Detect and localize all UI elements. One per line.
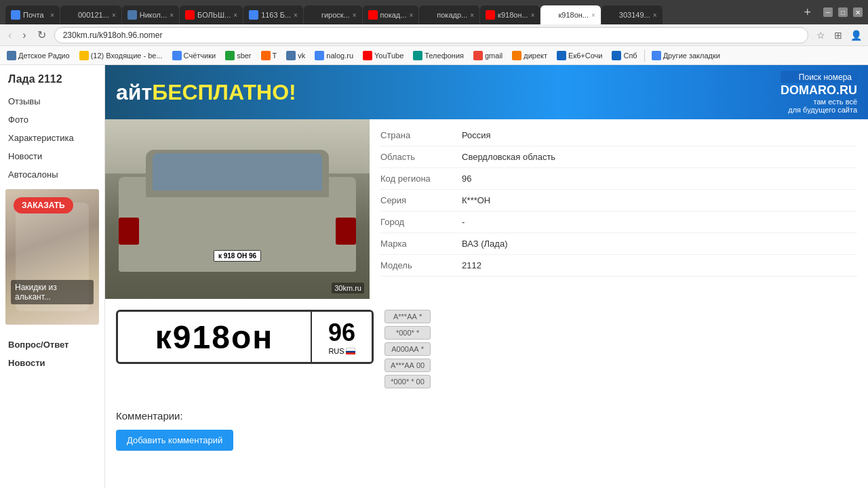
tab-t1[interactable]: Почта× bbox=[5, 5, 60, 24]
sidebar-item-characteristics[interactable]: Характеристика bbox=[0, 129, 104, 147]
sidebar-item-news[interactable]: Новости bbox=[0, 147, 104, 165]
window-controls: ─ □ ✕ bbox=[823, 7, 863, 17]
info-label-2: Код региона bbox=[380, 174, 462, 184]
tab-icon-t4 bbox=[185, 10, 195, 20]
plate-variant-2[interactable]: А000АА * bbox=[384, 342, 431, 356]
address-input[interactable] bbox=[54, 27, 808, 43]
sidebar-item-photos[interactable]: Фото bbox=[0, 110, 104, 129]
plate-variant-3[interactable]: А***АА 00 bbox=[384, 359, 431, 372]
info-label-6: Модель bbox=[380, 260, 462, 270]
comments-section: Комментарии: Добавить комментарий bbox=[105, 399, 868, 462]
tab-close-t2[interactable]: × bbox=[112, 12, 116, 19]
car-title: Лада 2112 bbox=[0, 70, 104, 92]
bookmark-label-12: Спб bbox=[623, 52, 637, 60]
bookmark-icon-11 bbox=[557, 51, 566, 60]
bookmark-item-4[interactable]: T bbox=[257, 49, 281, 62]
info-value-5: ВАЗ (Лада) bbox=[462, 239, 507, 249]
extensions-icon[interactable]: ⊞ bbox=[831, 28, 845, 42]
bookmark-item-7[interactable]: YouTube bbox=[359, 49, 408, 62]
info-label-3: Серия bbox=[380, 195, 462, 205]
bookmark-separator bbox=[644, 49, 645, 62]
bookmark-icon-6 bbox=[315, 51, 324, 60]
tab-close-t3[interactable]: × bbox=[170, 12, 174, 19]
info-value-4: - bbox=[462, 217, 465, 227]
bookmark-item-0[interactable]: Детское Радио bbox=[3, 49, 74, 62]
info-row-3: СерияК***ОН bbox=[380, 190, 857, 211]
tab-t7[interactable]: покад...× bbox=[363, 5, 419, 24]
bookmark-item-2[interactable]: Счётчики bbox=[168, 49, 220, 62]
bookmark-item-13[interactable]: Другие закладки bbox=[648, 49, 724, 62]
bookmark-item-3[interactable]: sber bbox=[221, 49, 255, 62]
tab-t3[interactable]: Никол...× bbox=[122, 5, 179, 24]
new-tab-button[interactable]: + bbox=[800, 5, 815, 20]
bookmark-label-13: Другие закладки bbox=[663, 52, 720, 60]
tab-close-t9[interactable]: × bbox=[531, 12, 535, 19]
tab-close-t5[interactable]: × bbox=[294, 12, 298, 19]
banner-text-main: айт bbox=[116, 80, 152, 105]
bookmark-icon-8 bbox=[413, 51, 422, 60]
tab-close-t6[interactable]: × bbox=[353, 12, 357, 19]
left-sidebar: Лада 2112 Отзывы Фото Характеристика Нов… bbox=[0, 65, 105, 488]
page-content: Лада 2112 Отзывы Фото Характеристика Нов… bbox=[0, 65, 868, 488]
maximize-button[interactable]: □ bbox=[838, 7, 848, 17]
sidebar-bottom-qa[interactable]: Вопрос/Ответ bbox=[8, 336, 96, 354]
reload-button[interactable]: ↻ bbox=[35, 27, 49, 43]
bookmark-item-11[interactable]: Ек6+Сочи bbox=[553, 49, 606, 62]
sidebar-item-dealerships[interactable]: Автосалоны bbox=[0, 165, 104, 184]
bookmark-item-6[interactable]: nalog.ru bbox=[311, 49, 357, 62]
bookmark-item-8[interactable]: Телефония bbox=[409, 49, 468, 62]
bookmark-item-9[interactable]: gmail bbox=[469, 49, 507, 62]
tab-t5[interactable]: 1163 Б...× bbox=[243, 5, 303, 24]
tab-close-t4[interactable]: × bbox=[233, 12, 237, 19]
car-window-element bbox=[153, 153, 322, 190]
bookmarks-bar: Детское Радио(12) Входящие - be...Счётчи… bbox=[0, 46, 868, 65]
plate-variant-4[interactable]: *000* * 00 bbox=[384, 375, 431, 388]
tab-t4[interactable]: БОЛЬШ...× bbox=[180, 5, 243, 24]
tab-t10[interactable]: к918он...× bbox=[540, 5, 600, 24]
bookmark-item-5[interactable]: vk bbox=[282, 49, 309, 62]
plate-variant-0[interactable]: А***АА * bbox=[384, 310, 431, 323]
tab-label-t11: 303149... bbox=[619, 11, 650, 19]
sidebar-bottom-news[interactable]: Новости bbox=[8, 354, 96, 372]
car-photo-area: к 918 ОН 96 30km.ru bbox=[105, 119, 370, 299]
add-comment-button[interactable]: Добавить комментарий bbox=[116, 430, 233, 451]
tab-t9[interactable]: к918он...× bbox=[480, 5, 540, 24]
main-content[interactable]: айт БЕСПЛАТНО! Поиск номера DOMARO.RU та… bbox=[105, 65, 868, 488]
info-row-4: Город- bbox=[380, 211, 857, 233]
bookmark-item-12[interactable]: Спб bbox=[608, 49, 641, 62]
close-button[interactable]: ✕ bbox=[853, 7, 863, 17]
tab-t11[interactable]: 303149...× bbox=[601, 5, 663, 24]
profile-icon[interactable]: 👤 bbox=[849, 28, 863, 42]
forward-button[interactable]: › bbox=[20, 28, 28, 43]
tab-close-t11[interactable]: × bbox=[653, 12, 657, 19]
plate-main-text: к918он bbox=[118, 312, 311, 362]
tab-icon-t1 bbox=[11, 10, 20, 20]
bookmark-icon-4 bbox=[261, 51, 271, 60]
bookmark-label-2: Счётчики bbox=[184, 52, 216, 60]
plate-variant-1[interactable]: *000* * bbox=[384, 326, 431, 340]
bookmark-label-9: gmail bbox=[485, 52, 502, 60]
tab-close-t7[interactable]: × bbox=[409, 12, 413, 19]
sidebar-ad-text: Накидки из алькант... bbox=[11, 280, 94, 304]
plate-variants: А***АА **000* *А000АА *А***АА 00*000* * … bbox=[384, 310, 431, 388]
tab-close-t1[interactable]: × bbox=[50, 12, 54, 19]
car-tail-light-left bbox=[119, 218, 139, 245]
back-button[interactable]: ‹ bbox=[5, 28, 14, 43]
tab-label-t2: 000121... bbox=[78, 11, 109, 19]
sidebar-item-reviews[interactable]: Отзывы bbox=[0, 92, 104, 110]
tab-close-t10[interactable]: × bbox=[591, 12, 595, 19]
info-label-1: Область bbox=[380, 152, 462, 162]
bookmark-item-10[interactable]: директ bbox=[508, 49, 551, 62]
tab-t6[interactable]: гироск...× bbox=[304, 5, 362, 24]
tab-icon-t7 bbox=[368, 10, 378, 20]
tab-t2[interactable]: 000121...× bbox=[60, 5, 121, 24]
bookmark-item-1[interactable]: (12) Входящие - be... bbox=[75, 49, 167, 62]
tab-t8[interactable]: покадр...× bbox=[419, 5, 479, 24]
bookmark-label-5: vk bbox=[298, 52, 305, 60]
minimize-button[interactable]: ─ bbox=[823, 7, 833, 17]
order-button[interactable]: ЗАКАЗАТЬ bbox=[14, 197, 73, 214]
tab-close-t8[interactable]: × bbox=[470, 12, 474, 19]
star-icon[interactable]: ☆ bbox=[814, 28, 827, 42]
banner-search-label: Поиск номера bbox=[781, 71, 857, 83]
info-value-3: К***ОН bbox=[462, 195, 490, 205]
